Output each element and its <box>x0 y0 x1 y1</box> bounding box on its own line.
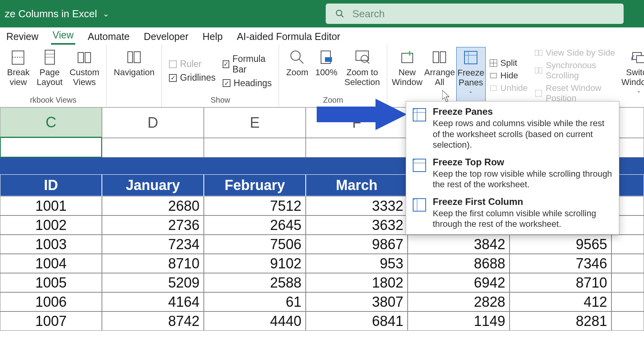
cell[interactable]: 953 <box>306 254 408 273</box>
freeze-first-column-icon: * <box>412 198 426 212</box>
label: Break view <box>7 67 29 87</box>
cell[interactable]: 5209 <box>102 273 204 292</box>
cell[interactable]: 61 <box>204 292 306 311</box>
arrange-all-icon <box>431 49 448 66</box>
cell[interactable]: 8710 <box>510 273 611 292</box>
cell[interactable]: 9102 <box>204 254 306 273</box>
cell[interactable]: 7512 <box>204 196 306 215</box>
cell[interactable]: 8281 <box>510 311 611 331</box>
tab-help[interactable]: Help <box>201 29 224 45</box>
svg-rect-31 <box>490 86 497 90</box>
new-window-icon <box>399 49 416 66</box>
page-break-preview-button[interactable]: Break view <box>4 47 33 95</box>
cell[interactable]: 1003 <box>0 235 102 254</box>
column-header-d[interactable]: D <box>102 107 204 138</box>
navigation-button[interactable]: Navigation <box>111 47 158 95</box>
cell[interactable]: 3807 <box>306 292 408 311</box>
label: New Window <box>392 67 423 87</box>
cell[interactable]: 412 <box>510 292 611 311</box>
column-header-c[interactable]: C <box>0 107 102 138</box>
cell[interactable]: 1001 <box>0 196 102 215</box>
zoom-button[interactable]: Zoom <box>283 47 311 95</box>
cell[interactable]: 7506 <box>204 235 306 254</box>
cell[interactable] <box>611 235 644 254</box>
header-march[interactable]: March <box>306 174 408 196</box>
split-button[interactable]: Split <box>490 58 528 68</box>
cell[interactable]: 9565 <box>510 235 611 254</box>
ruler-checkbox[interactable]: Ruler <box>169 59 216 69</box>
cell[interactable]: 2828 <box>408 292 510 311</box>
svg-text:*: * <box>414 158 415 163</box>
header-id[interactable]: ID <box>0 174 102 196</box>
freeze-panes-option[interactable]: * Freeze Panes Keep rows and columns vis… <box>406 103 619 154</box>
cursor-icon <box>442 90 452 103</box>
tab-automate[interactable]: Automate <box>86 29 131 45</box>
tab-developer[interactable]: Developer <box>142 29 190 45</box>
chevron-down-icon: ⌄ <box>468 88 473 94</box>
hide-button[interactable]: Hide <box>490 71 528 81</box>
page-layout-button[interactable]: Page Layout <box>33 47 65 95</box>
gridlines-checkbox[interactable]: Gridlines <box>169 72 216 83</box>
tab-view[interactable]: View <box>51 27 75 45</box>
svg-point-11 <box>291 51 300 60</box>
cell[interactable] <box>611 254 644 273</box>
freeze-top-row-icon: * <box>412 158 426 172</box>
cell[interactable] <box>611 273 644 292</box>
cell[interactable]: 1007 <box>0 311 102 331</box>
cell[interactable]: 2736 <box>102 215 204 235</box>
cell[interactable] <box>102 138 204 157</box>
freeze-top-row-option[interactable]: * Freeze Top Row Keep the top row visibl… <box>406 154 619 193</box>
cell[interactable] <box>611 311 644 331</box>
workbook-title[interactable]: ze Columns in Excel ⌄ <box>5 8 109 20</box>
custom-views-button[interactable]: Custom Views <box>67 47 103 95</box>
cell[interactable]: 1802 <box>306 273 408 292</box>
cell[interactable]: 3332 <box>306 196 408 215</box>
switch-windows-button[interactable]: Switch Windows ⌄ <box>621 47 644 104</box>
search-box[interactable]: Search <box>326 4 624 24</box>
cell[interactable]: 6841 <box>306 311 408 331</box>
cell[interactable]: 7346 <box>510 254 611 273</box>
cell[interactable] <box>0 138 102 157</box>
new-window-button[interactable]: New Window <box>391 47 423 104</box>
cell[interactable]: 8710 <box>102 254 204 273</box>
custom-views-icon <box>76 49 93 66</box>
cell[interactable]: 1006 <box>0 292 102 311</box>
formula-bar-checkbox[interactable]: Formula Bar <box>223 54 272 75</box>
cell[interactable]: 2645 <box>204 215 306 235</box>
column-header-e[interactable]: E <box>204 107 306 138</box>
cell[interactable]: 3842 <box>408 235 510 254</box>
cell[interactable]: 8742 <box>102 311 204 331</box>
tab-ai-formula[interactable]: AI-aided Formula Editor <box>235 29 342 45</box>
option-desc: Keep the top row visible while scrolling… <box>433 168 613 190</box>
cell[interactable]: 1005 <box>0 273 102 292</box>
cell[interactable]: 1004 <box>0 254 102 273</box>
tab-review[interactable]: Review <box>5 29 40 45</box>
headings-checkbox[interactable]: Headings <box>223 78 272 89</box>
svg-rect-21 <box>433 52 439 63</box>
freeze-panes-button[interactable]: * Freeze Panes ⌄ <box>456 47 486 104</box>
label: Zoom <box>286 67 308 77</box>
cell[interactable]: 9867 <box>306 235 408 254</box>
zoom-100-button[interactable]: 100% <box>312 47 341 95</box>
cell[interactable]: 6942 <box>408 273 510 292</box>
header-february[interactable]: February <box>204 174 306 196</box>
cell[interactable]: 7234 <box>102 235 204 254</box>
sync-scroll-icon <box>535 67 542 74</box>
cell[interactable]: 3632 <box>306 215 408 235</box>
cell[interactable]: 8688 <box>408 254 510 273</box>
group-label: Show <box>210 95 230 106</box>
cell[interactable]: 2680 <box>102 196 204 215</box>
header-january[interactable]: January <box>102 174 204 196</box>
cell[interactable]: 4164 <box>102 292 204 311</box>
cell[interactable]: 4440 <box>204 311 306 331</box>
cell[interactable] <box>204 138 306 157</box>
navigation-icon <box>125 49 143 66</box>
cell[interactable] <box>306 138 408 157</box>
cell[interactable]: 1149 <box>408 311 510 331</box>
cell[interactable] <box>611 292 644 311</box>
cell[interactable]: 1002 <box>0 215 102 235</box>
cell[interactable]: 2588 <box>204 273 306 292</box>
zoom-to-selection-button[interactable]: Zoom to Selection <box>341 47 383 95</box>
freeze-first-column-option[interactable]: * Freeze First Column Keep the first col… <box>406 193 619 233</box>
svg-rect-38 <box>637 56 644 63</box>
